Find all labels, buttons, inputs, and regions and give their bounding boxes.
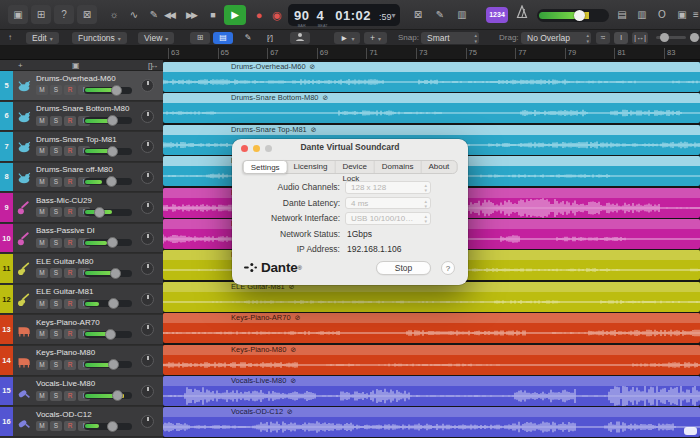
volume-knob[interactable] — [105, 329, 116, 340]
meter-knob[interactable] — [574, 10, 585, 21]
track-r-button[interactable]: R — [64, 299, 76, 309]
track-volume-slider[interactable] — [84, 87, 132, 94]
pan-knob[interactable] — [141, 385, 154, 398]
back-arrow-icon[interactable]: ↑ — [8, 33, 12, 42]
volume-knob[interactable] — [108, 359, 119, 370]
track-volume-slider[interactable] — [84, 392, 132, 399]
scrollbar-thumb[interactable] — [684, 427, 697, 435]
zoom-knob[interactable] — [660, 33, 669, 42]
audio-region[interactable]: Drums-Overhead-M60⊘ — [163, 62, 700, 92]
track-r-button[interactable]: R — [64, 116, 76, 126]
track-name[interactable]: Vocals-OD-C12 — [36, 410, 92, 419]
pan-knob[interactable] — [141, 79, 154, 92]
track-r-button[interactable]: R — [64, 268, 76, 278]
snap-dropdown[interactable]: Smart ▴▾ — [421, 32, 479, 44]
track-name[interactable]: Keys-Piano-AR70 — [36, 318, 100, 327]
track-s-button[interactable]: S — [50, 146, 62, 156]
audio-channels-select[interactable]: 128 x 128▴▾ — [345, 181, 431, 194]
track-name[interactable]: Keys-Piano-M80 — [36, 348, 95, 357]
track-number[interactable]: 14 — [0, 346, 13, 375]
stop-service-button[interactable]: Stop — [376, 261, 431, 275]
mixer-icon[interactable]: ⊞ — [31, 5, 51, 24]
master-volume-slider[interactable] — [537, 9, 609, 22]
track-number[interactable]: 10 — [0, 224, 13, 253]
track-m-button[interactable]: M — [36, 299, 48, 309]
track-number[interactable]: 11 — [0, 254, 13, 283]
tab-about[interactable]: About — [421, 161, 456, 173]
track-m-button[interactable]: M — [36, 207, 48, 217]
track-header[interactable]: 14Keys-Piano-M80MSRI — [0, 346, 163, 376]
track-s-button[interactable]: S — [50, 391, 62, 401]
track-name[interactable]: Bass-Passive DI — [36, 226, 95, 235]
audio-region[interactable]: Keys-Piano-M80⊘ — [163, 345, 700, 375]
track-m-button[interactable]: M — [36, 177, 48, 187]
collapse-headers-icon[interactable]: [↔] — [148, 60, 152, 71]
help-icon[interactable]: ? — [54, 5, 74, 24]
add-region-icon[interactable]: ⊠ — [77, 5, 97, 24]
pan-knob[interactable] — [141, 354, 154, 367]
track-name[interactable]: ELE Guitar-M80 — [36, 257, 93, 266]
volume-knob[interactable] — [107, 146, 118, 157]
region-title[interactable]: Drums-Snare Bottom-M80⊘ — [163, 93, 700, 103]
track-name[interactable]: Drums-Snare Bottom-M80 — [36, 104, 129, 113]
track-m-button[interactable]: M — [36, 268, 48, 278]
media-icon[interactable]: ▣ — [672, 5, 692, 24]
catch-playhead-icon[interactable]: |↔| — [632, 32, 648, 44]
track-r-button[interactable]: R — [64, 207, 76, 217]
track-s-button[interactable]: S — [50, 268, 62, 278]
minimize-icon[interactable] — [253, 145, 260, 152]
track-r-button[interactable]: R — [64, 177, 76, 187]
track-r-button[interactable]: R — [64, 85, 76, 95]
track-m-button[interactable]: M — [36, 238, 48, 248]
volume-knob[interactable] — [111, 85, 122, 96]
track-name[interactable]: ELE Guitar-M81 — [36, 287, 93, 296]
dialog-help-button[interactable]: ? — [441, 261, 455, 275]
forward-button[interactable]: ▶▶ — [180, 5, 202, 25]
dante-latency-select[interactable]: 4 ms▴▾ — [345, 197, 431, 210]
track-s-button[interactable]: S — [50, 116, 62, 126]
lcd-chevron-icon[interactable]: ▾ — [391, 11, 395, 20]
automation-pencil-icon[interactable]: ✎ — [238, 32, 258, 44]
punch-icon[interactable]: ⊠ — [408, 5, 428, 24]
track-s-button[interactable]: S — [50, 299, 62, 309]
network-interface-select[interactable]: USB 10/100/10…▴▾ — [345, 212, 431, 225]
volume-knob[interactable] — [108, 298, 119, 309]
audio-region[interactable]: ELE Guitar-M81⊘ — [163, 282, 700, 312]
track-alternatives-icon[interactable] — [290, 32, 310, 44]
region-title[interactable]: Keys-Piano-AR70⊘ — [163, 313, 700, 323]
tuner-icon[interactable]: ∿ — [124, 5, 144, 24]
track-volume-slider[interactable] — [84, 178, 132, 185]
ibeam-tool-icon[interactable]: I — [614, 32, 628, 44]
track-header[interactable]: 11ELE Guitar-M80MSRI — [0, 254, 163, 284]
track-number[interactable]: 16 — [0, 407, 13, 436]
track-volume-slider[interactable] — [84, 300, 132, 307]
list-editors-icon[interactable]: ▤ — [612, 5, 632, 24]
region-title[interactable]: Keys-Piano-M80⊘ — [163, 345, 700, 355]
close-icon[interactable] — [241, 145, 248, 152]
pan-knob[interactable] — [141, 140, 154, 153]
flex-mode-icon[interactable]: ≈ — [596, 32, 610, 44]
pan-knob[interactable] — [141, 415, 154, 428]
tab-device-lock[interactable]: Device Lock — [335, 161, 374, 173]
lcd-display[interactable]: 90 BAR 4 BEAT 01:02 :59 ▾ — [288, 4, 400, 26]
audio-region[interactable]: Keys-Piano-AR70⊘ — [163, 313, 700, 343]
pan-knob[interactable] — [141, 293, 154, 306]
track-volume-slider[interactable] — [84, 148, 132, 155]
track-volume-slider[interactable] — [84, 270, 132, 277]
track-header[interactable]: 15Vocals-Live-M80MSRI — [0, 377, 163, 407]
track-header[interactable]: 13Keys-Piano-AR70MSRI — [0, 315, 163, 345]
track-volume-slider[interactable] — [84, 209, 132, 216]
track-header[interactable]: 8Drums-Snare off-M80MSRI — [0, 163, 163, 193]
grid-view-icon[interactable]: ⊞ — [190, 32, 210, 44]
track-header[interactable]: 16Vocals-OD-C12MSRI — [0, 407, 163, 437]
metronome-icon[interactable] — [512, 5, 532, 24]
track-m-button[interactable]: M — [36, 146, 48, 156]
list-view-icon[interactable]: ▤ — [213, 32, 233, 44]
volume-knob[interactable] — [107, 421, 118, 432]
replace-icon[interactable]: ▥ — [452, 5, 472, 24]
track-m-button[interactable]: M — [36, 360, 48, 370]
track-m-button[interactable]: M — [36, 421, 48, 431]
dim-icon[interactable]: ☼ — [104, 5, 124, 24]
track-number[interactable]: 8 — [0, 163, 13, 192]
track-volume-slider[interactable] — [84, 239, 132, 246]
